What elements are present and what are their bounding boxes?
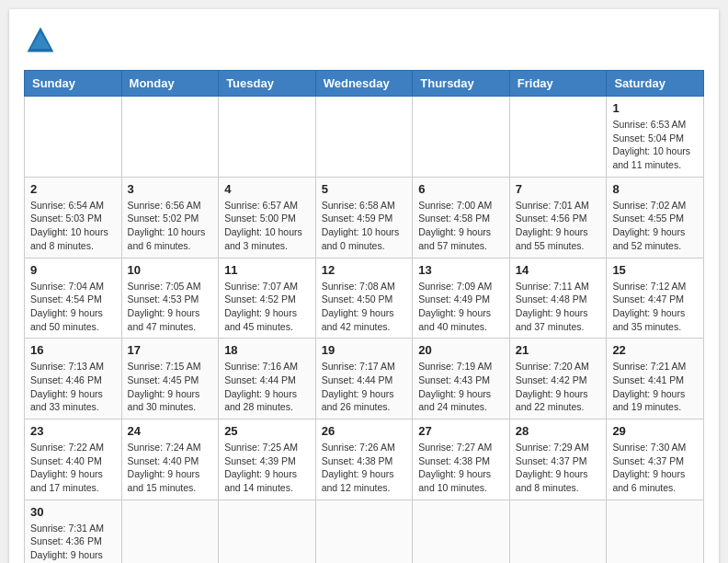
day-number: 2: [30, 182, 116, 196]
day-number: 15: [612, 263, 698, 277]
calendar-cell: 13Sunrise: 7:09 AM Sunset: 4:49 PM Dayli…: [413, 258, 510, 339]
day-info: Sunrise: 7:07 AM Sunset: 4:52 PM Dayligh…: [224, 280, 310, 334]
calendar-cell: 23Sunrise: 7:22 AM Sunset: 4:40 PM Dayli…: [25, 419, 122, 500]
calendar-cell: 22Sunrise: 7:21 AM Sunset: 4:41 PM Dayli…: [607, 339, 704, 419]
calendar-table: SundayMondayTuesdayWednesdayThursdayFrid…: [24, 70, 704, 563]
day-header-tuesday: Tuesday: [219, 71, 316, 97]
day-number: 29: [612, 424, 698, 438]
day-number: 10: [128, 263, 213, 277]
day-info: Sunrise: 7:27 AM Sunset: 4:38 PM Dayligh…: [418, 441, 504, 495]
calendar-cell: 20Sunrise: 7:19 AM Sunset: 4:43 PM Dayli…: [413, 339, 510, 419]
day-number: 22: [612, 343, 698, 357]
day-number: 16: [30, 343, 116, 357]
day-header-thursday: Thursday: [413, 71, 510, 97]
day-info: Sunrise: 7:15 AM Sunset: 4:45 PM Dayligh…: [128, 360, 213, 414]
calendar-cell: 16Sunrise: 7:13 AM Sunset: 4:46 PM Dayli…: [25, 339, 122, 419]
day-header-wednesday: Wednesday: [315, 71, 413, 97]
day-info: Sunrise: 6:56 AM Sunset: 5:02 PM Dayligh…: [128, 199, 213, 253]
calendar-cell: [315, 500, 413, 563]
day-info: Sunrise: 7:04 AM Sunset: 4:54 PM Dayligh…: [30, 280, 116, 334]
calendar-cell: 27Sunrise: 7:27 AM Sunset: 4:38 PM Dayli…: [413, 419, 510, 500]
day-number: 12: [322, 263, 407, 277]
day-info: Sunrise: 7:09 AM Sunset: 4:49 PM Dayligh…: [418, 280, 504, 334]
day-number: 26: [322, 424, 407, 438]
calendar-cell: [413, 97, 510, 178]
calendar-cell: [25, 97, 122, 178]
day-info: Sunrise: 7:30 AM Sunset: 4:37 PM Dayligh…: [612, 441, 698, 495]
day-number: 28: [516, 424, 601, 438]
calendar-body: 1Sunrise: 6:53 AM Sunset: 5:04 PM Daylig…: [25, 97, 704, 564]
day-info: Sunrise: 7:00 AM Sunset: 4:58 PM Dayligh…: [418, 199, 504, 253]
calendar-cell: 25Sunrise: 7:25 AM Sunset: 4:39 PM Dayli…: [219, 419, 316, 500]
day-info: Sunrise: 7:31 AM Sunset: 4:36 PM Dayligh…: [30, 522, 116, 563]
calendar-cell: 8Sunrise: 7:02 AM Sunset: 4:55 PM Daylig…: [607, 177, 704, 258]
calendar-container: SundayMondayTuesdayWednesdayThursdayFrid…: [9, 9, 719, 563]
calendar-cell: 4Sunrise: 6:57 AM Sunset: 5:00 PM Daylig…: [219, 177, 316, 258]
calendar-cell: 11Sunrise: 7:07 AM Sunset: 4:52 PM Dayli…: [219, 258, 316, 339]
day-number: 3: [128, 182, 213, 196]
week-row-5: 23Sunrise: 7:22 AM Sunset: 4:40 PM Dayli…: [25, 419, 704, 500]
day-info: Sunrise: 6:54 AM Sunset: 5:03 PM Dayligh…: [30, 199, 116, 253]
calendar-cell: 9Sunrise: 7:04 AM Sunset: 4:54 PM Daylig…: [25, 258, 122, 339]
day-number: 20: [418, 343, 504, 357]
day-number: 24: [128, 424, 213, 438]
day-number: 14: [516, 263, 601, 277]
calendar-cell: [315, 97, 413, 178]
calendar-cell: [219, 500, 316, 563]
calendar-cell: 14Sunrise: 7:11 AM Sunset: 4:48 PM Dayli…: [509, 258, 607, 339]
day-info: Sunrise: 7:25 AM Sunset: 4:39 PM Dayligh…: [224, 441, 310, 495]
calendar-cell: 2Sunrise: 6:54 AM Sunset: 5:03 PM Daylig…: [25, 177, 122, 258]
calendar-header-row: SundayMondayTuesdayWednesdayThursdayFrid…: [25, 71, 704, 97]
day-info: Sunrise: 6:53 AM Sunset: 5:04 PM Dayligh…: [612, 118, 698, 172]
calendar-cell: 21Sunrise: 7:20 AM Sunset: 4:42 PM Dayli…: [509, 339, 607, 419]
logo-icon: [24, 24, 57, 57]
calendar-cell: 24Sunrise: 7:24 AM Sunset: 4:40 PM Dayli…: [121, 419, 219, 500]
day-number: 30: [30, 505, 116, 519]
day-info: Sunrise: 7:29 AM Sunset: 4:37 PM Dayligh…: [516, 441, 601, 495]
week-row-1: 1Sunrise: 6:53 AM Sunset: 5:04 PM Daylig…: [25, 97, 704, 178]
calendar-cell: [121, 97, 219, 178]
calendar-cell: 15Sunrise: 7:12 AM Sunset: 4:47 PM Dayli…: [607, 258, 704, 339]
calendar-cell: 3Sunrise: 6:56 AM Sunset: 5:02 PM Daylig…: [121, 177, 219, 258]
day-number: 19: [322, 343, 407, 357]
calendar-cell: [121, 500, 219, 563]
week-row-3: 9Sunrise: 7:04 AM Sunset: 4:54 PM Daylig…: [25, 258, 704, 339]
day-info: Sunrise: 7:16 AM Sunset: 4:44 PM Dayligh…: [224, 360, 310, 414]
calendar-cell: 17Sunrise: 7:15 AM Sunset: 4:45 PM Dayli…: [121, 339, 219, 419]
logo: [24, 24, 63, 57]
calendar-cell: 10Sunrise: 7:05 AM Sunset: 4:53 PM Dayli…: [121, 258, 219, 339]
calendar-cell: [607, 500, 704, 563]
calendar-cell: 18Sunrise: 7:16 AM Sunset: 4:44 PM Dayli…: [219, 339, 316, 419]
day-info: Sunrise: 7:13 AM Sunset: 4:46 PM Dayligh…: [30, 360, 116, 414]
calendar-cell: 26Sunrise: 7:26 AM Sunset: 4:38 PM Dayli…: [315, 419, 413, 500]
day-number: 17: [128, 343, 213, 357]
day-number: 27: [418, 424, 504, 438]
day-info: Sunrise: 7:12 AM Sunset: 4:47 PM Dayligh…: [612, 280, 698, 334]
calendar-cell: [413, 500, 510, 563]
day-number: 11: [224, 263, 310, 277]
calendar-cell: 29Sunrise: 7:30 AM Sunset: 4:37 PM Dayli…: [607, 419, 704, 500]
week-row-4: 16Sunrise: 7:13 AM Sunset: 4:46 PM Dayli…: [25, 339, 704, 419]
day-number: 4: [224, 182, 310, 196]
day-info: Sunrise: 6:58 AM Sunset: 4:59 PM Dayligh…: [322, 199, 407, 253]
day-number: 6: [418, 182, 504, 196]
day-info: Sunrise: 7:11 AM Sunset: 4:48 PM Dayligh…: [516, 280, 601, 334]
calendar-cell: 19Sunrise: 7:17 AM Sunset: 4:44 PM Dayli…: [315, 339, 413, 419]
day-number: 13: [418, 263, 504, 277]
day-header-friday: Friday: [509, 71, 607, 97]
day-header-saturday: Saturday: [607, 71, 704, 97]
day-info: Sunrise: 7:24 AM Sunset: 4:40 PM Dayligh…: [128, 441, 213, 495]
day-info: Sunrise: 7:02 AM Sunset: 4:55 PM Dayligh…: [612, 199, 698, 253]
day-number: 18: [224, 343, 310, 357]
week-row-6: 30Sunrise: 7:31 AM Sunset: 4:36 PM Dayli…: [25, 500, 704, 563]
calendar-cell: [219, 97, 316, 178]
day-number: 1: [612, 101, 698, 115]
day-header-monday: Monday: [121, 71, 219, 97]
day-number: 25: [224, 424, 310, 438]
calendar-cell: 1Sunrise: 6:53 AM Sunset: 5:04 PM Daylig…: [607, 97, 704, 178]
day-number: 21: [516, 343, 601, 357]
day-info: Sunrise: 7:20 AM Sunset: 4:42 PM Dayligh…: [516, 360, 601, 414]
calendar-cell: 5Sunrise: 6:58 AM Sunset: 4:59 PM Daylig…: [315, 177, 413, 258]
calendar-cell: 6Sunrise: 7:00 AM Sunset: 4:58 PM Daylig…: [413, 177, 510, 258]
day-info: Sunrise: 7:22 AM Sunset: 4:40 PM Dayligh…: [30, 441, 116, 495]
